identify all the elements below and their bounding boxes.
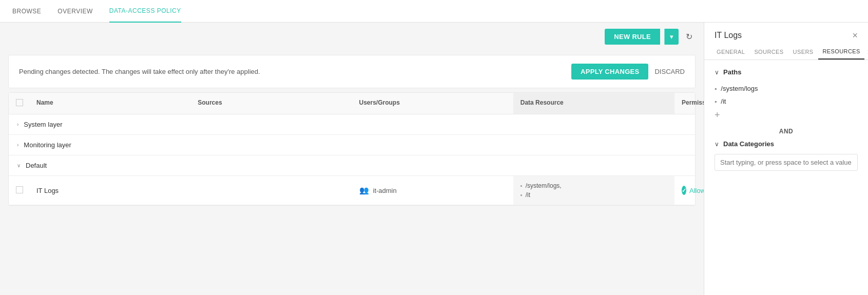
panel-tabs: GENERAL SOURCES USERS RESOURCES › <box>704 40 868 60</box>
nav-overview[interactable]: OVERVIEW <box>57 1 92 22</box>
row-users-value: it-admin <box>373 187 397 194</box>
data-categories-chevron-icon: ∨ <box>715 141 719 148</box>
paths-section-title: Paths <box>723 68 741 76</box>
folder-icon: ▪ <box>520 183 523 189</box>
pending-changes-banner: Pending changes detected. The changes wi… <box>8 55 696 88</box>
refresh-button[interactable]: ↻ <box>683 29 696 45</box>
tab-resources[interactable]: RESOURCES <box>818 44 864 60</box>
data-categories-input[interactable] <box>715 154 858 171</box>
data-categories-section: ∨ Data Categories <box>715 140 858 171</box>
resource-path-1: ▪ /system/logs, <box>520 182 667 189</box>
tab-arrow-icon[interactable]: › <box>865 45 868 58</box>
chevron-right-icon: › <box>17 142 18 148</box>
chevron-right-icon: › <box>17 122 18 127</box>
resource-path-value-2: /it <box>526 191 530 199</box>
refresh-icon: ↻ <box>686 32 692 41</box>
group-monitoring-layer-label: Monitoring layer <box>24 141 71 149</box>
th-permissions: Permissions <box>674 93 695 114</box>
close-panel-button[interactable]: × <box>852 31 858 40</box>
row-checkbox[interactable] <box>16 186 23 193</box>
row-name: IT Logs <box>36 187 59 194</box>
group-system-layer[interactable]: › System layer <box>9 114 695 135</box>
new-rule-button[interactable]: NEW RULE <box>605 29 660 45</box>
nav-browse[interactable]: BROWSE <box>12 1 41 22</box>
path-value-1: /system/logs <box>721 85 758 92</box>
banner-actions: APPLY CHANGES DISCARD <box>571 64 685 80</box>
resource-path-2: ▪ /it <box>520 191 667 199</box>
pending-changes-text: Pending changes detected. The changes wi… <box>19 68 260 75</box>
check-circle-icon: ✓ <box>682 186 686 195</box>
permission-label: Allow <box>689 187 704 194</box>
tab-sources[interactable]: SOURCES <box>750 45 787 59</box>
main-layout: NEW RULE ▾ ↻ Pending changes detected. T… <box>0 23 868 295</box>
discard-button[interactable]: DISCARD <box>654 68 685 75</box>
group-default-label: Default <box>26 162 47 169</box>
table-row: IT Logs 👥 it-admin ▪ /system/logs, ▪ <box>9 176 695 205</box>
top-navigation: BROWSE OVERVIEW DATA-ACCESS POLICY <box>0 0 868 23</box>
chevron-down-icon: ▾ <box>670 33 673 41</box>
th-checkbox <box>9 93 29 114</box>
and-label: AND <box>715 128 858 135</box>
tab-users[interactable]: USERS <box>789 45 818 59</box>
toolbar: NEW RULE ▾ ↻ <box>0 23 704 51</box>
path-item-1: ▪ /system/logs <box>715 82 858 95</box>
users-icon: 👥 <box>359 186 369 195</box>
path-value-2: /it <box>721 97 726 105</box>
rules-table: Name Sources Users/Groups Data Resource … <box>8 92 696 206</box>
data-categories-title: Data Categories <box>723 140 774 148</box>
row-data-resource-cell: ▪ /system/logs, ▪ /it <box>513 176 674 205</box>
new-rule-dropdown-button[interactable]: ▾ <box>664 29 679 45</box>
th-data-resource: Data Resource <box>513 93 674 114</box>
data-categories-section-header[interactable]: ∨ Data Categories <box>715 140 858 148</box>
paths-chevron-icon: ∨ <box>715 69 719 76</box>
resource-paths: ▪ /system/logs, ▪ /it <box>520 182 667 199</box>
tab-general[interactable]: GENERAL <box>712 45 749 59</box>
row-sources-cell <box>190 184 352 196</box>
left-content: NEW RULE ▾ ↻ Pending changes detected. T… <box>0 23 704 295</box>
row-name-cell: IT Logs <box>29 181 190 201</box>
row-users-cell: 👥 it-admin <box>352 180 513 201</box>
add-path-button[interactable]: + <box>715 108 720 123</box>
folder-icon: ▪ <box>520 192 523 198</box>
group-monitoring-layer[interactable]: › Monitoring layer <box>9 135 695 155</box>
row-checkbox-cell <box>9 180 29 201</box>
th-sources: Sources <box>190 93 352 114</box>
header-checkbox[interactable] <box>16 99 23 106</box>
right-panel: IT Logs × GENERAL SOURCES USERS RESOURCE… <box>704 23 868 295</box>
row-permission-cell: ✓ Allow <box>674 180 695 201</box>
panel-header: IT Logs × <box>704 23 868 40</box>
th-users-groups: Users/Groups <box>352 93 513 114</box>
group-default[interactable]: ∨ Default <box>9 155 695 176</box>
resource-path-value-1: /system/logs, <box>526 182 562 189</box>
table-header: Name Sources Users/Groups Data Resource … <box>9 93 695 114</box>
apply-changes-button[interactable]: APPLY CHANGES <box>571 64 648 80</box>
folder-icon: ▪ <box>715 98 717 105</box>
group-system-layer-label: System layer <box>24 121 62 128</box>
panel-title: IT Logs <box>715 31 742 40</box>
panel-content: ∨ Paths ▪ /system/logs ▪ /it + AND ∨ Dat… <box>704 60 868 295</box>
folder-icon: ▪ <box>715 85 717 92</box>
nav-data-access-policy[interactable]: DATA-ACCESS POLICY <box>109 0 181 23</box>
chevron-down-icon: ∨ <box>17 163 21 168</box>
permission-allow: ✓ Allow <box>682 186 688 195</box>
paths-section-header[interactable]: ∨ Paths <box>715 68 858 76</box>
path-item-2: ▪ /it <box>715 95 858 108</box>
th-name: Name <box>29 93 190 114</box>
